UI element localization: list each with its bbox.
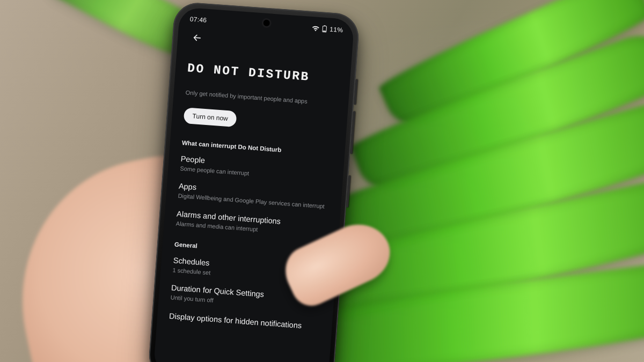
- item-apps[interactable]: Apps Digital Wellbeing and Google Play s…: [178, 182, 330, 211]
- status-time: 07:46: [189, 15, 207, 24]
- battery-icon: [322, 25, 327, 33]
- item-display-options[interactable]: Display options for hidden notifications: [169, 312, 320, 332]
- svg-rect-1: [324, 25, 326, 26]
- screen-fade: [153, 359, 328, 362]
- status-battery-pct: 11%: [330, 26, 343, 34]
- item-people[interactable]: People Some people can interrupt: [180, 154, 332, 183]
- phone-screen: 07:46 11%: [153, 7, 354, 362]
- item-alarms[interactable]: Alarms and other interruptions Alarms an…: [175, 209, 328, 238]
- page-title: DO NOT DISTURB: [187, 61, 339, 86]
- page-subtitle: Only get notified by important people an…: [185, 89, 336, 107]
- turn-on-button[interactable]: Turn on now: [184, 107, 237, 127]
- arrow-left-icon: [191, 32, 203, 45]
- photo-background: 07:46 11%: [0, 0, 644, 362]
- wifi-icon: [312, 25, 320, 32]
- phone-frame: 07:46 11%: [148, 1, 361, 362]
- svg-rect-2: [323, 31, 326, 32]
- back-button[interactable]: [189, 30, 205, 46]
- section-interrupt-label: What can interrupt Do Not Disturb: [182, 139, 333, 157]
